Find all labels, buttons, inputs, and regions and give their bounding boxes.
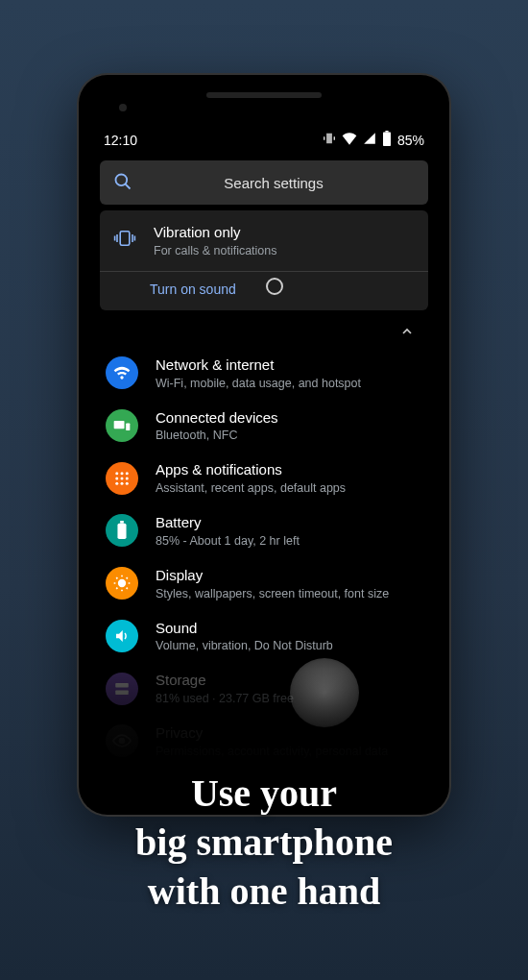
svg-rect-0 — [383, 133, 391, 146]
setting-row-network[interactable]: Network & internetWi-Fi, mobile, data us… — [90, 347, 438, 400]
collapse-chevron[interactable] — [90, 316, 438, 347]
svg-point-10 — [121, 477, 124, 479]
setting-title: Storage — [156, 672, 422, 690]
setting-row-devices[interactable]: Connected devicesBluetooth, NFC — [90, 400, 438, 453]
sound-mode-row[interactable]: Vibration only For calls & notifications — [100, 210, 428, 271]
svg-point-14 — [126, 481, 129, 484]
setting-row-privacy[interactable]: PrivacyPermissions, account activity, pe… — [90, 715, 438, 768]
setting-title: Display — [156, 567, 422, 585]
setting-subtitle: Bluetooth, NFC — [156, 429, 422, 442]
setting-row-apps[interactable]: Apps & notificationsAssistant, recent ap… — [90, 452, 438, 504]
setting-title: Network & internet — [156, 356, 422, 375]
svg-rect-1 — [385, 131, 388, 133]
storage-icon — [106, 673, 138, 705]
phone-frame: 12:10 85% Search settings Vibration only… — [79, 75, 449, 815]
devices-icon — [106, 409, 138, 442]
status-icons: 85% — [323, 131, 424, 149]
svg-rect-16 — [120, 521, 124, 524]
battery-percent: 85% — [397, 133, 424, 148]
search-icon — [113, 172, 132, 194]
svg-point-12 — [115, 481, 118, 484]
vibration-icon — [113, 229, 136, 253]
screen: 12:10 85% Search settings Vibration only… — [90, 123, 438, 803]
battery-icon — [382, 131, 392, 149]
display-icon — [106, 567, 138, 600]
turn-on-sound-button[interactable]: Turn on sound — [100, 271, 428, 310]
svg-point-17 — [119, 580, 126, 587]
svg-point-2 — [116, 174, 128, 185]
svg-point-11 — [126, 477, 129, 479]
svg-rect-3 — [120, 232, 130, 245]
search-placeholder: Search settings — [161, 175, 415, 191]
svg-point-8 — [126, 472, 129, 475]
sound-mode-title: Vibration only — [154, 224, 415, 242]
setting-row-battery[interactable]: Battery85% - About 1 day, 2 hr left — [90, 504, 438, 557]
setting-subtitle: Wi-Fi, mobile, data usage, and hotspot — [156, 377, 422, 390]
setting-title: Battery — [156, 514, 422, 532]
setting-subtitle: 85% - About 1 day, 2 hr left — [156, 534, 422, 548]
svg-rect-15 — [117, 524, 126, 539]
sound-mode-card: Vibration only For calls & notifications… — [100, 210, 428, 310]
svg-point-6 — [115, 472, 118, 475]
setting-title: Sound — [156, 620, 422, 638]
setting-title: Apps & notifications — [156, 461, 422, 479]
wifi-icon — [342, 132, 357, 148]
svg-rect-18 — [115, 683, 129, 688]
network-icon — [106, 356, 138, 389]
status-bar: 12:10 85% — [90, 123, 438, 155]
signal-icon — [363, 132, 376, 148]
setting-row-storage[interactable]: Storage81% used · 23.77 GB free — [90, 662, 438, 715]
svg-point-9 — [115, 477, 118, 479]
setting-subtitle: Assistant, recent apps, default apps — [156, 481, 422, 495]
search-settings[interactable]: Search settings — [100, 160, 428, 205]
speaker-grille — [206, 92, 322, 98]
sound-icon — [106, 620, 138, 652]
privacy-icon — [106, 724, 138, 757]
marketing-caption: Use your big smartphone with one hand — [0, 769, 528, 917]
sound-mode-subtitle: For calls & notifications — [154, 244, 415, 257]
front-camera — [119, 104, 127, 111]
setting-row-sound[interactable]: SoundVolume, vibration, Do Not Disturb — [90, 610, 438, 663]
svg-point-20 — [120, 739, 125, 744]
vibrate-status-icon — [323, 132, 336, 148]
svg-rect-5 — [126, 423, 130, 430]
svg-point-7 — [121, 472, 124, 475]
cursor-indicator-icon — [266, 278, 283, 295]
apps-icon — [106, 462, 138, 495]
setting-subtitle: Styles, wallpapers, screen timeout, font… — [156, 587, 422, 600]
setting-title: Privacy — [156, 724, 422, 743]
svg-rect-4 — [114, 421, 125, 429]
status-time: 12:10 — [104, 133, 137, 148]
setting-subtitle: Permissions, account activity, personal … — [156, 745, 422, 758]
setting-title: Connected devices — [156, 409, 422, 428]
setting-subtitle: 81% used · 23.77 GB free — [156, 692, 422, 705]
setting-row-display[interactable]: DisplayStyles, wallpapers, screen timeou… — [90, 557, 438, 610]
svg-rect-19 — [115, 690, 129, 695]
svg-point-13 — [121, 481, 124, 484]
settings-list[interactable]: Network & internetWi-Fi, mobile, data us… — [90, 347, 438, 768]
battery-icon — [106, 514, 138, 547]
setting-subtitle: Volume, vibration, Do Not Disturb — [156, 639, 422, 652]
